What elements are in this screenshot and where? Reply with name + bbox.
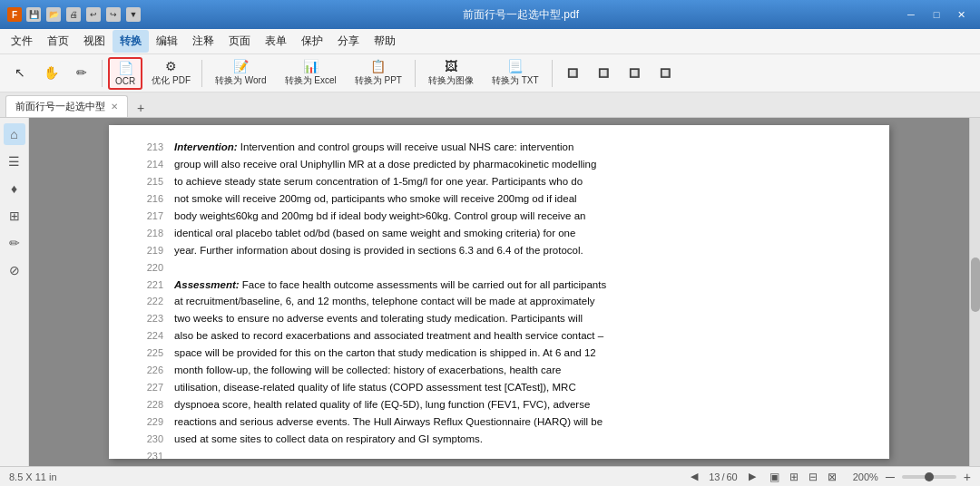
optimize-icon: ⚙	[165, 59, 177, 73]
line-text	[174, 260, 860, 276]
line-text: used at some sites to collect data on re…	[174, 432, 860, 447]
line-text: identical oral placebo tablet od/bd (bas…	[174, 226, 860, 241]
status-bar-right: ◀ 13 / 60 ▶ ▣ ⊞ ⊟ ⊠ 200% ─ +	[687, 469, 971, 485]
sidebar-home-icon[interactable]: ⌂	[4, 123, 25, 145]
extra-btn-3[interactable]: 🔲	[620, 57, 649, 90]
open-button[interactable]: 📂	[46, 7, 61, 22]
extra-btn-4[interactable]: 🔲	[651, 57, 680, 90]
hand-icon: ✋	[44, 65, 59, 80]
menu-item-文件[interactable]: 文件	[4, 30, 40, 53]
menu-item-分享[interactable]: 分享	[330, 30, 367, 53]
edit-icon: ✏	[76, 65, 87, 80]
line-text: year. Further information about dosing i…	[174, 243, 860, 258]
quick-access-button[interactable]: ▼	[126, 7, 141, 22]
zoom-minus-button[interactable]: ─	[886, 470, 895, 484]
window-controls: ─ □ ✕	[900, 6, 973, 23]
menu-item-帮助[interactable]: 帮助	[367, 30, 403, 53]
save-button[interactable]: 💾	[26, 7, 41, 22]
image-icon: 🖼	[445, 59, 457, 73]
line-number: 214	[138, 157, 163, 172]
sidebar-search-icon[interactable]: ⊘	[4, 259, 25, 281]
extra-btn-2[interactable]: 🔲	[589, 57, 618, 90]
table-row: 230used at some sites to collect data on…	[138, 432, 860, 447]
menu-item-保护[interactable]: 保护	[294, 30, 330, 53]
menu-item-表单[interactable]: 表单	[258, 30, 294, 53]
line-number: 231	[138, 449, 163, 459]
extra-icon-4: 🔲	[660, 68, 671, 78]
menu-item-转换[interactable]: 转换	[113, 30, 149, 53]
line-text: not smoke will receive 200mg od, partici…	[174, 191, 860, 207]
extra-btn-1[interactable]: 🔲	[558, 57, 587, 90]
line-text	[174, 449, 860, 459]
undo-button[interactable]: ↩	[86, 7, 101, 22]
view-scroll-icon[interactable]: ⊠	[824, 469, 840, 485]
line-text: group will also receive oral Uniphyllin …	[174, 157, 860, 172]
line-number: 216	[138, 191, 163, 207]
menu-bar: 文件首页视图转换编辑注释页面表单保护分享帮助	[0, 29, 980, 54]
prev-page-button[interactable]: ◀	[687, 471, 701, 482]
scrollbar-thumb[interactable]	[971, 258, 980, 312]
to-ppt-button[interactable]: 📋 转换为 PPT	[348, 57, 409, 90]
view-grid-icon[interactable]: ⊟	[805, 469, 821, 485]
view-single-icon[interactable]: ▣	[767, 469, 783, 485]
close-button[interactable]: ✕	[951, 6, 973, 23]
tab-close-button[interactable]: ✕	[111, 102, 118, 112]
table-row: 224also be asked to record exacerbations…	[138, 328, 860, 344]
current-tab[interactable]: 前面行号一起选中型 ✕	[5, 95, 128, 117]
optimize-label: 优化 PDF	[152, 74, 191, 87]
next-page-button[interactable]: ▶	[745, 471, 760, 482]
sidebar-pages-icon[interactable]: ☰	[4, 151, 25, 172]
menu-item-编辑[interactable]: 编辑	[149, 30, 185, 53]
line-number: 219	[138, 243, 163, 258]
sidebar-comments-icon[interactable]: ✏	[4, 232, 25, 254]
table-row: 219year. Further information about dosin…	[138, 243, 860, 258]
to-image-button[interactable]: 🖼 转换为图像	[421, 57, 481, 90]
menu-item-视图[interactable]: 视图	[76, 30, 113, 53]
hand-tool[interactable]: ✋	[36, 57, 65, 90]
menu-item-页面[interactable]: 页面	[221, 30, 258, 53]
zoom-thumb	[925, 472, 934, 481]
title-bar: F 💾 📂 🖨 ↩ ↪ ▼ 前面行号一起选中型.pdf ─ □ ✕	[0, 0, 980, 29]
current-page: 13	[709, 471, 720, 482]
print-button[interactable]: 🖨	[66, 7, 81, 22]
table-row: 216not smoke will receive 200mg od, part…	[138, 191, 860, 207]
maximize-button[interactable]: □	[926, 6, 947, 23]
new-tab-button[interactable]: +	[132, 99, 150, 117]
to-word-button[interactable]: 📝 转换为 Word	[208, 57, 274, 90]
extra-tools: 🔲 🔲 🔲 🔲	[558, 57, 680, 90]
zoom-plus-button[interactable]: +	[964, 470, 971, 484]
line-text: two weeks to ensure no adverse events an…	[174, 311, 860, 326]
to-txt-button[interactable]: 📃 转换为 TXT	[485, 57, 546, 90]
right-scrollbar[interactable]	[969, 118, 980, 466]
sidebar-bookmarks-icon[interactable]: ♦	[4, 178, 25, 199]
minimize-button[interactable]: ─	[900, 6, 922, 23]
table-row: 223two weeks to ensure no adverse events…	[138, 311, 860, 326]
zoom-level: 200%	[853, 471, 878, 482]
line-number: 220	[138, 260, 163, 276]
menu-item-首页[interactable]: 首页	[40, 30, 76, 53]
sidebar-fields-icon[interactable]: ⊞	[4, 205, 25, 227]
ocr-button[interactable]: 📄 OCR	[108, 57, 142, 90]
select-tool[interactable]: ↖	[5, 57, 34, 90]
to-ppt-label: 转换为 PPT	[355, 74, 402, 87]
edit-tool[interactable]: ✏	[67, 57, 96, 90]
line-text: reactions and serious adverse events. Th…	[174, 414, 860, 430]
to-excel-button[interactable]: 📊 转换为 Excel	[278, 57, 344, 90]
line-number: 213	[138, 140, 163, 155]
line-text: dyspnoea score, health related quality o…	[174, 397, 860, 413]
to-excel-label: 转换为 Excel	[285, 74, 337, 87]
word-icon: 📝	[233, 59, 249, 73]
view-double-icon[interactable]: ⊞	[786, 469, 802, 485]
separator-4	[552, 60, 553, 87]
menu-item-注释[interactable]: 注释	[185, 30, 221, 53]
table-row: 226month follow-up, the following will b…	[138, 363, 860, 378]
title-bar-left: F 💾 📂 🖨 ↩ ↪ ▼	[7, 7, 142, 22]
optimize-pdf-button[interactable]: ⚙ 优化 PDF	[146, 57, 196, 90]
ppt-icon: 📋	[370, 59, 386, 73]
line-text: at recruitment/baseline, 6, and 12 month…	[174, 294, 860, 309]
zoom-slider[interactable]	[902, 475, 956, 479]
redo-button[interactable]: ↪	[106, 7, 121, 22]
ocr-icon: 📄	[118, 61, 133, 75]
extra-icon-1: 🔲	[567, 68, 578, 78]
txt-icon: 📃	[507, 59, 523, 73]
